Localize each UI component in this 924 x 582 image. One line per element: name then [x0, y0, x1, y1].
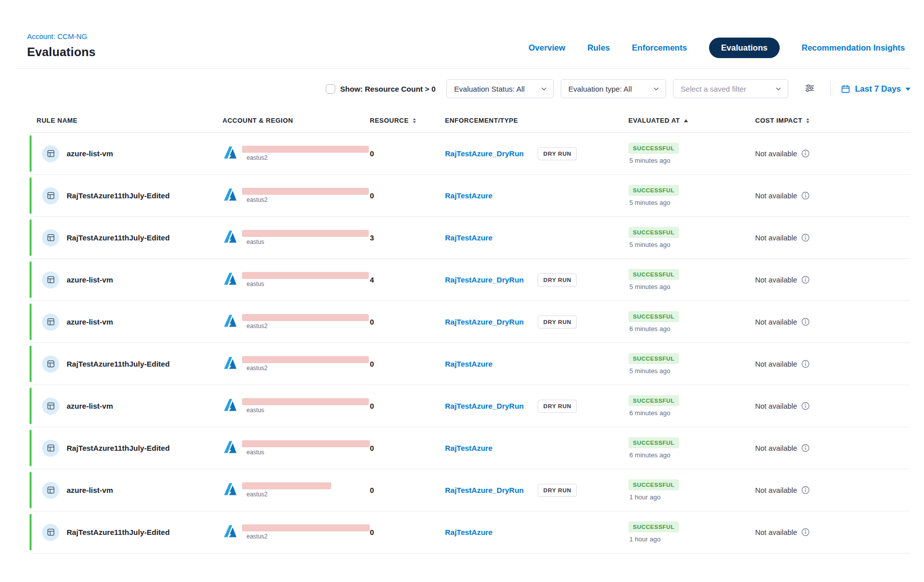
enforcement-link[interactable]: RajTestAzure: [445, 191, 493, 200]
evaluated-at-cell: SUCCESSFUL 5 minutes ago: [628, 185, 755, 206]
column-header-label: RULE NAME: [37, 117, 78, 124]
enforcement-link[interactable]: RajTestAzure_DryRun: [445, 149, 524, 158]
table-row[interactable]: RajTestAzure11thJuly-Edited eastus2 0 Ra…: [30, 175, 910, 217]
region-label: eastus2: [242, 323, 369, 330]
filter-dropdown-select-a-saved-filter[interactable]: Select a saved filter: [673, 79, 788, 98]
nav-tab-evaluations[interactable]: Evaluations: [709, 38, 780, 58]
table-row[interactable]: azure-list-vm eastus 4 RajTestAzure_DryR…: [30, 259, 910, 301]
dropdown-selected-value: Evaluation type: All: [568, 85, 632, 93]
rule-icon: [42, 187, 59, 204]
top-nav: OverviewRulesEnforcementsEvaluationsReco…: [529, 34, 905, 58]
nav-tab-enforcements[interactable]: Enforcements: [632, 43, 687, 53]
info-icon[interactable]: [801, 149, 810, 158]
date-range-label: Last 7 Days: [855, 84, 901, 94]
rule-name: azure-list-vm: [67, 149, 113, 158]
region-label: eastus2: [242, 491, 331, 498]
enforcement-link[interactable]: RajTestAzure: [445, 233, 493, 242]
rule-icon: [42, 440, 59, 457]
enforcement-link[interactable]: RajTestAzure_DryRun: [445, 275, 524, 284]
evaluated-time: 5 minutes ago: [628, 283, 670, 290]
info-icon[interactable]: [801, 528, 810, 536]
info-icon[interactable]: [801, 360, 810, 368]
cost-impact-value: Not available: [755, 192, 797, 200]
azure-logo-icon: [222, 356, 238, 371]
rule-icon: [42, 229, 59, 246]
column-header-label: RESOURCE: [370, 117, 409, 124]
sort-icon: [684, 119, 688, 122]
evaluated-at-cell: SUCCESSFUL 5 minutes ago: [628, 353, 755, 375]
filter-dropdown-evaluation-status-all[interactable]: Evaluation Status: All: [446, 79, 554, 98]
cost-impact-cell: Not available: [755, 486, 910, 494]
table-row[interactable]: RajTestAzure11thJuly-Edited eastus 0 Raj…: [30, 427, 910, 469]
enforcement-link[interactable]: RajTestAzure: [445, 444, 493, 452]
resource-count: 0: [370, 486, 445, 494]
column-header-label: COST IMPACT: [755, 117, 802, 124]
enforcement-link[interactable]: RajTestAzure: [445, 360, 493, 368]
enforcement-link[interactable]: RajTestAzure: [445, 528, 493, 536]
column-header-resource[interactable]: RESOURCE: [370, 117, 445, 124]
filter-settings-button[interactable]: [801, 80, 818, 98]
table-row[interactable]: azure-list-vm eastus2 0 RajTestAzure_Dry…: [30, 469, 910, 511]
dry-run-badge: DRY RUN: [538, 316, 577, 329]
rule-name-cell: RajTestAzure11thJuly-Edited: [37, 187, 222, 204]
enforcement-link[interactable]: RajTestAzure_DryRun: [445, 318, 524, 326]
evaluated-time: 5 minutes ago: [628, 199, 670, 206]
info-icon[interactable]: [801, 444, 810, 452]
enforcement-cell: RajTestAzure_DryRun DRY RUN: [445, 273, 628, 286]
enforcement-cell: RajTestAzure: [445, 191, 628, 200]
account-info: eastus: [242, 272, 369, 287]
table-row[interactable]: azure-list-vm eastus 0 RajTestAzure_DryR…: [30, 385, 910, 427]
account-name-redacted: [242, 356, 369, 363]
info-icon[interactable]: [801, 318, 810, 326]
resource-count-filter[interactable]: Show: Resource Count > 0: [326, 84, 435, 94]
account-name-redacted: [242, 398, 369, 405]
account-info: eastus2: [242, 524, 370, 540]
page-title: Evaluations: [27, 45, 96, 59]
resource-count-checkbox[interactable]: [326, 84, 335, 94]
cost-impact-cell: Not available: [755, 318, 910, 326]
rule-icon: [42, 398, 59, 415]
breadcrumb-account-link[interactable]: Account: CCM-NG: [27, 33, 87, 41]
cost-impact-value: Not available: [755, 318, 797, 326]
table-row[interactable]: RajTestAzure11thJuly-Edited eastus2 0 Ra…: [30, 511, 910, 553]
evaluated-time: 5 minutes ago: [628, 157, 670, 164]
rule-name-cell: RajTestAzure11thJuly-Edited: [37, 356, 222, 373]
dry-run-badge: DRY RUN: [538, 484, 577, 497]
filter-bar: Show: Resource Count > 0 Evaluation Stat…: [0, 69, 924, 109]
nav-tab-overview[interactable]: Overview: [529, 43, 565, 53]
rule-name: RajTestAzure11thJuly-Edited: [67, 444, 170, 452]
info-icon[interactable]: [801, 486, 810, 494]
enforcement-link[interactable]: RajTestAzure_DryRun: [445, 486, 524, 494]
rule-name-cell: azure-list-vm: [37, 482, 222, 499]
rule-name: RajTestAzure11thJuly-Edited: [67, 233, 170, 242]
column-header-label: ACCOUNT & REGION: [222, 117, 293, 124]
info-icon[interactable]: [801, 402, 810, 410]
info-icon[interactable]: [801, 233, 810, 242]
column-header-evaluated-at[interactable]: EVALUATED AT: [628, 117, 755, 124]
status-badge: SUCCESSFUL: [628, 437, 679, 448]
nav-tab-recommendation-insights[interactable]: Recommendation Insights: [802, 43, 905, 53]
row-status-accent: [30, 177, 32, 214]
table-row[interactable]: azure-list-vm eastus2 0 RajTestAzure_Dry…: [30, 133, 910, 175]
info-icon[interactable]: [801, 191, 810, 200]
info-icon[interactable]: [801, 275, 810, 284]
nav-tab-rules[interactable]: Rules: [587, 43, 610, 53]
column-header-account-region: ACCOUNT & REGION: [222, 117, 370, 124]
table-row[interactable]: azure-list-vm eastus2 0 RajTestAzure_Dry…: [30, 301, 910, 343]
status-badge: SUCCESSFUL: [628, 185, 679, 196]
enforcement-cell: RajTestAzure_DryRun DRY RUN: [445, 400, 628, 413]
filter-dropdown-evaluation-type-all[interactable]: Evaluation type: All: [561, 79, 666, 98]
date-range-picker[interactable]: Last 7 Days: [841, 84, 910, 94]
evaluated-time: 1 hour ago: [628, 493, 660, 501]
enforcement-link[interactable]: RajTestAzure_DryRun: [445, 402, 524, 410]
region-label: eastus2: [242, 533, 370, 540]
table-row[interactable]: RajTestAzure11thJuly-Edited eastus 3 Raj…: [30, 217, 910, 259]
dry-run-badge: DRY RUN: [538, 147, 577, 160]
account-name-redacted: [242, 524, 370, 531]
table-row[interactable]: RajTestAzure11thJuly-Edited eastus2 0 Ra…: [30, 343, 910, 385]
cost-impact-value: Not available: [755, 444, 797, 452]
account-region-cell: eastus: [222, 440, 370, 456]
evaluated-at-cell: SUCCESSFUL 1 hour ago: [628, 479, 755, 501]
column-header-cost-impact[interactable]: COST IMPACT: [755, 117, 910, 124]
rule-name: azure-list-vm: [67, 402, 113, 410]
